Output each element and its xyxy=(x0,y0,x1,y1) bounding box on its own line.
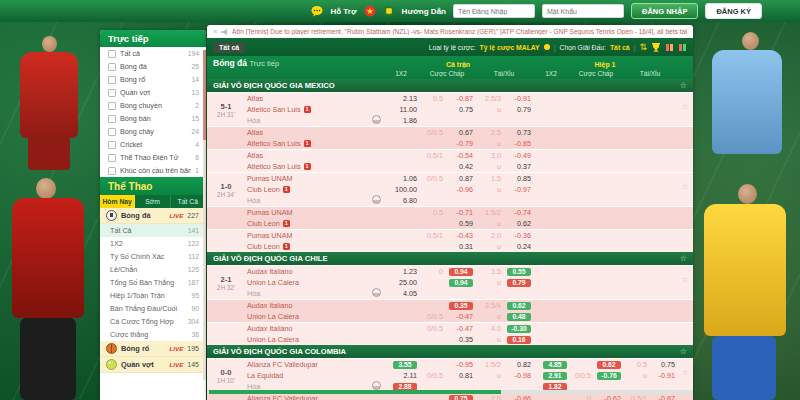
live-sport-item[interactable]: Bóng đá25 xyxy=(100,60,206,73)
password-input[interactable] xyxy=(542,4,624,18)
help-link[interactable]: Hỗ Trợ xyxy=(330,7,356,16)
odds-value[interactable]: 0.79 xyxy=(517,105,531,114)
live-sport-item[interactable]: Thể Thao Điện Tử6 xyxy=(100,151,206,164)
odds-value[interactable]: -0.98 xyxy=(515,371,531,380)
odds-value[interactable]: 1.86 xyxy=(403,116,417,125)
guide-link[interactable]: Hướng Dẫn xyxy=(402,7,446,16)
filter-all-chip[interactable]: Tất cả xyxy=(213,42,245,53)
live-sport-item[interactable]: Tất cả194 xyxy=(100,47,206,60)
league-header[interactable]: GIẢI VÔ ĐỊCH QUỐC GIA CHILE☆ xyxy=(207,252,693,265)
odds-value[interactable]: -0.74 xyxy=(515,208,531,217)
odds-value[interactable]: -0.43 xyxy=(457,231,473,240)
layout-double-icon[interactable] xyxy=(678,43,687,52)
live-sport-item[interactable]: Bóng rổ14 xyxy=(100,73,206,86)
register-button[interactable]: ĐĂNG KÝ xyxy=(705,3,762,19)
odds-value[interactable]: 1.06 xyxy=(403,174,417,183)
market-item[interactable]: Tất Cả141 xyxy=(100,224,206,237)
live-sport-item[interactable]: Cricket4 xyxy=(100,138,206,151)
odds-value[interactable]: 0.79 xyxy=(507,279,531,287)
odds-value[interactable]: -0.85 xyxy=(515,139,531,148)
checkbox[interactable] xyxy=(108,141,116,149)
odds-value[interactable]: 100.00 xyxy=(395,185,417,194)
market-item[interactable]: Tỷ Số Chính Xác112 xyxy=(100,250,206,263)
live-sport-item[interactable]: Bóng bàn15 xyxy=(100,112,206,125)
league-header[interactable]: GIẢI VÔ ĐỊCH QUỐC GIA MEXICO☆ xyxy=(207,79,693,92)
sidebar-scrollbar[interactable] xyxy=(203,50,206,380)
username-input[interactable] xyxy=(453,4,535,18)
live-sport-item[interactable]: Quần vợt13 xyxy=(100,86,206,99)
chart-icon[interactable] xyxy=(372,195,381,204)
market-item[interactable]: Tổng Số Bàn Thắng187 xyxy=(100,276,206,289)
odds-value[interactable]: 0.82 xyxy=(517,360,531,369)
odds-value[interactable]: 0.75 xyxy=(661,360,675,369)
odds-value[interactable]: -0.91 xyxy=(659,371,675,380)
live-sport-item[interactable]: Bóng chày24 xyxy=(100,125,206,138)
star-icon[interactable]: ☆ xyxy=(680,254,687,263)
odds-value[interactable]: -0.95 xyxy=(457,360,473,369)
vietnam-flag-icon[interactable] xyxy=(364,5,376,17)
odds-value[interactable]: 25.00 xyxy=(399,278,417,287)
league-select-value[interactable]: Tất cả xyxy=(610,44,630,51)
odds-value[interactable]: 0.67 xyxy=(459,128,473,137)
market-item[interactable]: Lẻ/Chẵn126 xyxy=(100,263,206,276)
login-button[interactable]: ĐĂNG NHẬP xyxy=(631,3,698,19)
chart-icon[interactable] xyxy=(372,288,381,297)
odds-value[interactable]: 0.81 xyxy=(459,371,473,380)
odds-value[interactable]: 0.85 xyxy=(517,174,531,183)
odds-value[interactable]: 6.80 xyxy=(403,196,417,205)
odds-value[interactable]: 0.55 xyxy=(507,268,531,276)
market-item[interactable]: Cá Cược Tổng Hợp304 xyxy=(100,315,206,328)
odds-value[interactable]: -0.87 xyxy=(659,394,675,400)
market-item[interactable]: Cược thắng36 xyxy=(100,328,206,341)
league-header[interactable]: GIẢI VÔ ĐỊCH QUỐC GIA COLOMBIA☆ xyxy=(207,345,693,358)
checkbox[interactable] xyxy=(108,102,116,110)
odds-value[interactable]: -0.76 xyxy=(597,372,621,380)
odds-type-value[interactable]: Tỷ lệ cược MALAY xyxy=(480,44,540,51)
star-icon[interactable]: ☆ xyxy=(681,368,688,377)
odds-value[interactable]: -0.79 xyxy=(457,139,473,148)
star-icon[interactable]: ☆ xyxy=(681,182,688,191)
odds-value[interactable]: 0.35 xyxy=(459,335,473,344)
odds-value[interactable]: 11.00 xyxy=(400,105,417,114)
star-icon[interactable]: ☆ xyxy=(681,275,688,284)
odds-value[interactable]: 0.48 xyxy=(507,313,531,321)
odds-value[interactable]: 0.94 xyxy=(449,279,473,287)
checkbox[interactable] xyxy=(108,167,116,175)
sort-icon[interactable]: ⇅ xyxy=(639,43,647,52)
checkbox[interactable] xyxy=(108,128,116,136)
trophy-icon[interactable] xyxy=(651,42,661,52)
star-icon[interactable]: ☆ xyxy=(680,347,687,356)
chart-icon[interactable] xyxy=(372,381,381,390)
chart-icon[interactable] xyxy=(372,115,381,124)
odds-value[interactable]: 4.85 xyxy=(543,361,567,369)
scrollbar-thumb[interactable] xyxy=(209,390,501,394)
star-icon[interactable]: ☆ xyxy=(681,102,688,111)
odds-value[interactable]: 2.11 xyxy=(404,371,417,380)
odds-value[interactable]: -0.91 xyxy=(515,94,531,103)
odds-value[interactable]: 0.16 xyxy=(507,336,531,344)
sport-row[interactable]: Quần vợtLIVE145 xyxy=(100,357,206,373)
odds-value[interactable]: 4.05 xyxy=(403,289,417,298)
sport-row[interactable]: Bóng rổLIVE195 xyxy=(100,341,206,357)
checkbox[interactable] xyxy=(108,50,116,58)
market-item[interactable]: 1X2122 xyxy=(100,237,206,250)
chat-support-icon[interactable] xyxy=(311,5,323,17)
odds-value[interactable]: 1.23 xyxy=(403,267,417,276)
odds-value[interactable]: -0.47 xyxy=(457,324,473,333)
live-sport-item[interactable]: Khúc côn cầu trên băng1 xyxy=(100,164,206,177)
odds-value[interactable]: 0.73 xyxy=(517,128,531,137)
odds-value[interactable]: -0.96 xyxy=(457,185,473,194)
live-sport-item[interactable]: Bóng chuyền2 xyxy=(100,99,206,112)
odds-value[interactable]: -0.97 xyxy=(515,185,531,194)
odds-value[interactable]: 3.55 xyxy=(393,361,417,369)
collapse-icon[interactable]: « xyxy=(213,27,217,36)
odds-value[interactable]: -0.87 xyxy=(457,94,473,103)
odds-value[interactable]: 0.94 xyxy=(449,268,473,276)
sidebar-scrollbar-thumb[interactable] xyxy=(203,50,206,140)
odds-value[interactable]: -0.49 xyxy=(515,151,531,160)
star-icon[interactable]: ☆ xyxy=(680,81,687,90)
odds-value[interactable]: 0.62 xyxy=(597,361,621,369)
odds-value[interactable]: 0.37 xyxy=(517,162,531,171)
odds-value[interactable]: 0.31 xyxy=(459,242,473,251)
horizontal-scrollbar[interactable] xyxy=(207,390,693,394)
